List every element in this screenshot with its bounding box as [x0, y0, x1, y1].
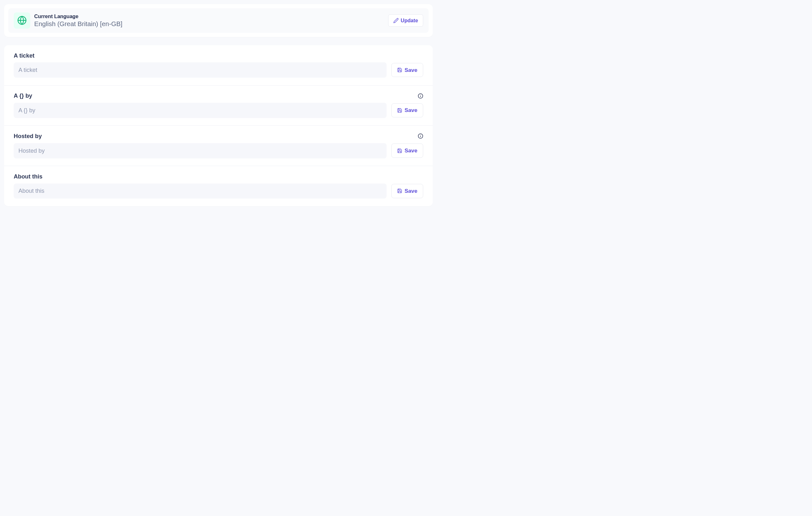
row-body: Save [14, 143, 423, 159]
translation-row: About this Save [4, 166, 433, 206]
row-body: Save [14, 103, 423, 118]
save-button[interactable]: Save [392, 104, 423, 118]
translation-row: A ticket Save [4, 45, 433, 86]
row-label: A ticket [14, 52, 34, 59]
update-button-label: Update [401, 18, 418, 24]
language-card: Current Language English (Great Britain)… [4, 4, 433, 37]
language-panel: Current Language English (Great Britain)… [8, 8, 429, 33]
language-label: Current Language [34, 13, 122, 20]
save-button[interactable]: Save [392, 143, 423, 158]
save-button-label: Save [405, 147, 417, 154]
language-info: Current Language English (Great Britain)… [14, 12, 122, 29]
translation-input[interactable] [14, 62, 386, 78]
info-icon[interactable] [418, 93, 423, 98]
translation-input[interactable] [14, 103, 386, 118]
row-header: Hosted by [14, 133, 423, 140]
save-icon [397, 148, 402, 153]
save-icon [397, 188, 402, 194]
save-button[interactable]: Save [392, 184, 423, 198]
translation-row: A {} by Save [4, 86, 433, 126]
globe-icon-box [14, 12, 30, 29]
row-body: Save [14, 62, 423, 78]
pencil-icon [393, 18, 399, 23]
save-button-label: Save [405, 67, 417, 74]
row-label: Hosted by [14, 133, 42, 140]
translations-card: A ticket Save A {} by [4, 45, 433, 206]
save-button[interactable]: Save [392, 63, 423, 77]
row-label: About this [14, 173, 42, 180]
info-icon[interactable] [418, 133, 423, 139]
row-body: Save [14, 183, 423, 199]
translation-input[interactable] [14, 143, 386, 159]
globe-icon [17, 16, 27, 25]
language-text: Current Language English (Great Britain)… [34, 13, 122, 28]
save-button-label: Save [405, 107, 417, 114]
row-header: About this [14, 173, 423, 180]
row-header: A ticket [14, 52, 423, 59]
language-value: English (Great Britain) [en-GB] [34, 20, 122, 28]
update-button[interactable]: Update [388, 14, 423, 26]
translation-input[interactable] [14, 183, 386, 199]
save-icon [397, 108, 402, 113]
row-label: A {} by [14, 92, 32, 99]
save-button-label: Save [405, 188, 417, 194]
save-icon [397, 67, 402, 73]
row-header: A {} by [14, 92, 423, 99]
translation-row: Hosted by Save [4, 126, 433, 166]
